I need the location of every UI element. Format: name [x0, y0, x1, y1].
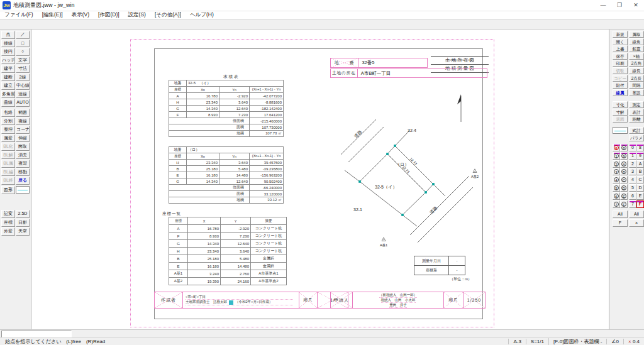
layer-button-4[interactable]: 4: [613, 176, 620, 183]
layer-button-B[interactable]: B: [620, 168, 628, 175]
layer-button-C[interactable]: C: [620, 176, 628, 183]
tool-button[interactable]: 間隔: [629, 82, 644, 89]
coordinate-input-box[interactable]: [1, 331, 72, 337]
all-groups-button[interactable]: All: [629, 211, 644, 218]
layer-group-button-1[interactable]: 1: [629, 152, 636, 160]
tool-button[interactable]: 整理: [1, 126, 15, 134]
tool-button[interactable]: BL終: [1, 177, 15, 185]
tool-button[interactable]: □: [16, 40, 30, 48]
tool-button[interactable]: ハッチ: [1, 57, 15, 65]
maximize-icon[interactable]: ❐: [611, 0, 628, 11]
layer-group-button-7[interactable]: 7: [629, 200, 636, 208]
layer-button-2[interactable]: 2: [613, 160, 620, 168]
tool-button[interactable]: 2線: [16, 74, 30, 82]
tool-button[interactable]: 表計: [629, 109, 644, 116]
tool-button[interactable]: 中心線: [16, 82, 30, 90]
tool-button[interactable]: 属変: [1, 134, 15, 143]
tool-button[interactable]: コーナー: [16, 126, 30, 134]
tool-button[interactable]: 図形: [1, 186, 15, 194]
tool-button[interactable]: 印刷: [613, 60, 628, 67]
layer-f-button[interactable]: F: [613, 219, 628, 227]
tool-button[interactable]: 2.5D: [16, 210, 30, 218]
menu-item[interactable]: ヘルプ(H): [186, 11, 218, 19]
tool-button[interactable]: 記変: [1, 210, 15, 218]
tool-button[interactable]: BL編: [1, 168, 15, 177]
tool-button[interactable]: 切取: [613, 67, 628, 74]
layer-group-button-4[interactable]: 4: [629, 176, 636, 183]
layer-button-D[interactable]: D: [620, 184, 628, 192]
tool-button[interactable]: 面取: [16, 143, 30, 151]
scale-field[interactable]: S=1/1: [526, 339, 548, 344]
layer-button-3[interactable]: 3: [613, 168, 620, 175]
tool-button[interactable]: ／: [16, 31, 30, 39]
tool-button[interactable]: 新規: [613, 31, 628, 38]
tool-button[interactable]: 曲線: [1, 99, 15, 107]
tool-button[interactable]: 複写: [16, 160, 30, 168]
tool-button[interactable]: 点: [1, 31, 15, 39]
tool-button[interactable]: 消去: [16, 151, 30, 160]
zoom-field[interactable]: × 0.4: [623, 339, 644, 344]
menu-item[interactable]: [作図(D)]: [94, 11, 124, 19]
angle-field[interactable]: ∠0: [606, 339, 623, 344]
tool-button[interactable]: 寸法: [16, 65, 30, 73]
tool-button[interactable]: 線角: [629, 38, 644, 45]
tool-button[interactable]: 鉛直: [629, 45, 644, 52]
layer-group-button-D[interactable]: D: [636, 184, 644, 192]
tool-button[interactable]: 複線: [16, 118, 30, 126]
tool-button[interactable]: 寸解: [613, 109, 628, 116]
tool-button[interactable]: 建平: [1, 65, 15, 73]
tool-button[interactable]: 属取: [629, 31, 644, 38]
tool-button[interactable]: 選図: [613, 116, 628, 123]
all-layers-button[interactable]: All: [613, 211, 628, 218]
tool-button[interactable]: 分割: [1, 118, 15, 126]
layer-group-button-2[interactable]: 2: [629, 160, 636, 168]
tool-button[interactable]: 多角形: [1, 90, 15, 99]
layer-group-button-0[interactable]: 0: [629, 144, 636, 151]
tool-button[interactable]: 戻る: [16, 177, 30, 185]
tool-button[interactable]: 保存: [613, 53, 628, 60]
close-icon[interactable]: ✕: [628, 0, 644, 11]
tool-button[interactable]: 接線: [1, 40, 15, 48]
tool-button[interactable]: 文字: [16, 57, 30, 65]
layer-button-6[interactable]: 6: [613, 192, 620, 200]
tool-button[interactable]: ×軸: [629, 53, 644, 60]
tool-button[interactable]: 外変: [1, 227, 15, 236]
tool-button[interactable]: 範囲: [16, 109, 30, 117]
line-color-preview-box[interactable]: [613, 127, 628, 134]
tool-button[interactable]: 建断: [1, 74, 15, 82]
layer-button-F[interactable]: F: [620, 200, 628, 208]
tool-button[interactable]: BL化: [1, 143, 15, 151]
tool-button[interactable]: 寸化: [613, 101, 628, 108]
tool-button[interactable]: 線長: [629, 67, 644, 74]
tool-button[interactable]: 上書: [613, 45, 628, 52]
menu-item[interactable]: [その他(A)]: [150, 11, 186, 19]
layer-group-button-8[interactable]: 8: [636, 144, 644, 151]
layer-info-field[interactable]: [F-0]図面枠・表題欄 -: [548, 338, 606, 345]
layer-button-0[interactable]: 0: [613, 144, 620, 151]
tool-button[interactable]: 2点長: [629, 75, 644, 82]
linetype-preview-box[interactable]: [16, 186, 30, 194]
minimize-icon[interactable]: —: [595, 0, 611, 11]
layer-group-button-B[interactable]: B: [636, 168, 644, 175]
layer-button-8[interactable]: 8: [620, 144, 628, 151]
tool-button[interactable]: BL解: [1, 151, 15, 160]
tool-button[interactable]: 測定: [629, 101, 644, 108]
layer-group-button-9[interactable]: 9: [636, 152, 644, 160]
tool-button[interactable]: 移動: [16, 168, 30, 177]
layer-group-button-A[interactable]: A: [636, 160, 644, 168]
layer-button-E[interactable]: E: [620, 192, 628, 200]
tool-button[interactable]: 2点角: [629, 60, 644, 67]
tool-button[interactable]: コピー: [613, 75, 628, 82]
tool-button[interactable]: ○: [16, 48, 30, 56]
layer-group-button-F[interactable]: F: [636, 200, 644, 208]
tool-button[interactable]: 開く: [613, 38, 628, 45]
tool-button[interactable]: 接円: [1, 48, 15, 56]
layer-group-button-3[interactable]: 3: [629, 168, 636, 175]
tool-button[interactable]: 座標: [1, 219, 15, 227]
menu-item[interactable]: 設定(S): [124, 11, 150, 19]
layer-group-button-6[interactable]: 6: [629, 192, 636, 200]
parcel-drawing[interactable]: 32-4（ロ）32-5（イ）32-1道路道路12.7312.73A基1A基2: [327, 82, 484, 283]
tool-button[interactable]: 距離: [629, 116, 644, 123]
paper-size-field[interactable]: A-3: [508, 339, 525, 344]
tool-button[interactable]: BL属: [1, 160, 15, 168]
